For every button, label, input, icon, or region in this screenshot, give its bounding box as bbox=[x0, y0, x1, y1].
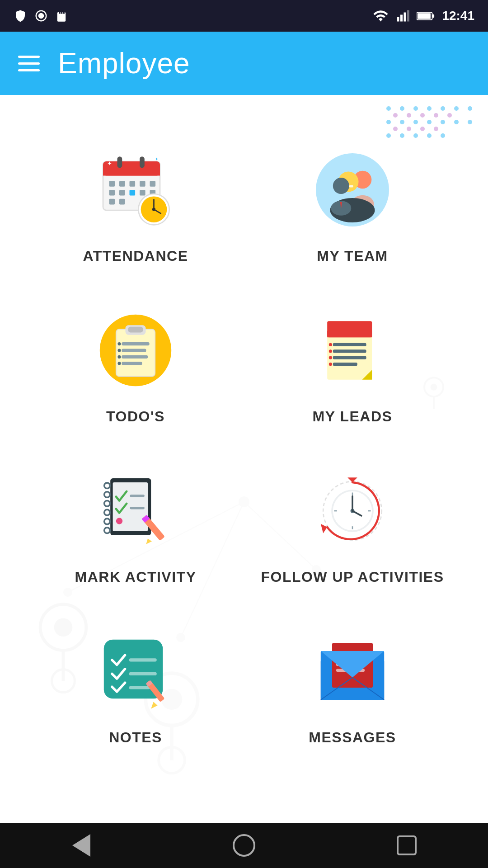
svg-marker-134 bbox=[321, 524, 327, 533]
svg-point-90 bbox=[333, 178, 349, 194]
wifi-icon bbox=[373, 9, 389, 23]
todos-label: TODO'S bbox=[106, 408, 165, 425]
svg-rect-4 bbox=[61, 10, 62, 14]
svg-point-123 bbox=[104, 509, 110, 515]
svg-rect-61 bbox=[103, 170, 160, 176]
svg-point-122 bbox=[104, 501, 110, 507]
app-header: Employee bbox=[0, 32, 488, 95]
messages-icon bbox=[307, 626, 398, 717]
notes-icon bbox=[90, 626, 181, 717]
svg-rect-64 bbox=[109, 181, 115, 187]
notes-menu-item[interactable]: NOTES bbox=[27, 604, 244, 764]
svg-rect-88 bbox=[349, 185, 353, 187]
status-left-icons bbox=[14, 9, 68, 23]
svg-marker-131 bbox=[146, 538, 152, 544]
svg-text:✦: ✦ bbox=[155, 157, 159, 161]
follow-up-menu-item[interactable]: FOLLOW UP ACTIVITIES bbox=[244, 443, 461, 604]
svg-rect-62 bbox=[117, 156, 122, 168]
svg-point-118 bbox=[329, 363, 332, 366]
messages-label: MESSAGES bbox=[309, 729, 396, 746]
svg-point-117 bbox=[329, 356, 332, 359]
todos-menu-item[interactable]: TODO'S bbox=[27, 283, 244, 443]
todos-icon bbox=[90, 305, 181, 396]
svg-rect-99 bbox=[122, 342, 149, 345]
attendance-icon: ✦ ✦ bbox=[90, 145, 181, 235]
my-leads-menu-item[interactable]: MY LEADS bbox=[244, 283, 461, 443]
svg-text:✦: ✦ bbox=[107, 160, 112, 167]
attendance-label: ATTENDANCE bbox=[83, 248, 188, 264]
svg-rect-72 bbox=[140, 190, 145, 196]
my-team-icon bbox=[307, 145, 398, 235]
svg-rect-113 bbox=[333, 356, 366, 359]
svg-point-125 bbox=[104, 528, 110, 533]
svg-marker-135 bbox=[347, 477, 357, 482]
svg-point-104 bbox=[117, 349, 121, 352]
sdcard-icon bbox=[55, 9, 68, 23]
my-leads-icon bbox=[307, 305, 398, 396]
svg-point-124 bbox=[104, 519, 110, 524]
ring-icon bbox=[34, 9, 48, 23]
back-button[interactable] bbox=[66, 830, 97, 861]
svg-point-1 bbox=[39, 14, 43, 18]
follow-up-icon bbox=[307, 466, 398, 556]
svg-marker-150 bbox=[151, 702, 157, 709]
mark-activity-label: MARK ACTIVITY bbox=[75, 569, 197, 585]
signal-icon bbox=[396, 9, 409, 23]
svg-rect-8 bbox=[404, 13, 406, 22]
svg-point-116 bbox=[329, 349, 332, 353]
svg-rect-7 bbox=[400, 15, 403, 22]
svg-rect-71 bbox=[130, 190, 136, 196]
svg-rect-74 bbox=[109, 199, 115, 205]
svg-rect-111 bbox=[333, 343, 366, 346]
follow-up-label: FOLLOW UP ACTIVITIES bbox=[261, 569, 444, 585]
svg-rect-5 bbox=[63, 10, 64, 14]
time-display: 12:41 bbox=[442, 9, 474, 23]
svg-rect-127 bbox=[130, 495, 144, 497]
menu-grid: ✦ ✦ ATTENDANCE bbox=[0, 95, 488, 782]
svg-rect-66 bbox=[130, 181, 136, 187]
svg-point-105 bbox=[117, 355, 121, 359]
svg-rect-69 bbox=[109, 190, 115, 196]
bottom-navigation bbox=[0, 823, 488, 868]
recents-button[interactable] bbox=[391, 830, 422, 861]
svg-rect-147 bbox=[129, 672, 157, 675]
svg-point-103 bbox=[117, 342, 121, 345]
svg-rect-112 bbox=[333, 349, 366, 353]
main-content: ✦ ✦ ATTENDANCE bbox=[0, 95, 488, 823]
shield-icon bbox=[14, 9, 27, 23]
svg-rect-114 bbox=[333, 363, 357, 366]
svg-rect-102 bbox=[122, 362, 142, 365]
my-team-menu-item[interactable]: MY TEAM bbox=[244, 122, 461, 283]
svg-point-129 bbox=[116, 518, 122, 524]
home-button[interactable] bbox=[228, 830, 260, 861]
notes-label: NOTES bbox=[109, 729, 162, 746]
svg-rect-63 bbox=[140, 156, 145, 168]
svg-rect-95 bbox=[116, 329, 155, 376]
svg-rect-11 bbox=[418, 13, 431, 19]
mark-activity-menu-item[interactable]: MARK ACTIVITY bbox=[27, 443, 244, 604]
svg-rect-68 bbox=[150, 181, 156, 187]
svg-rect-75 bbox=[119, 199, 125, 205]
attendance-menu-item[interactable]: ✦ ✦ ATTENDANCE bbox=[27, 122, 244, 283]
page-title: Employee bbox=[58, 47, 190, 80]
svg-rect-70 bbox=[119, 190, 125, 196]
svg-point-115 bbox=[329, 343, 332, 346]
svg-rect-101 bbox=[122, 355, 148, 359]
svg-rect-65 bbox=[119, 181, 125, 187]
battery-icon bbox=[417, 10, 435, 22]
svg-rect-9 bbox=[407, 10, 409, 22]
svg-rect-12 bbox=[432, 14, 435, 17]
svg-point-120 bbox=[104, 483, 110, 489]
messages-menu-item[interactable]: MESSAGES bbox=[244, 604, 461, 764]
my-leads-label: MY LEADS bbox=[313, 408, 393, 425]
svg-rect-3 bbox=[59, 10, 60, 14]
status-right-icons: 12:41 bbox=[373, 9, 474, 23]
hamburger-menu-button[interactable] bbox=[18, 56, 40, 71]
svg-rect-146 bbox=[129, 658, 157, 661]
svg-point-106 bbox=[117, 362, 121, 365]
svg-rect-128 bbox=[130, 507, 144, 509]
svg-rect-100 bbox=[122, 349, 146, 352]
svg-rect-67 bbox=[140, 181, 145, 187]
svg-rect-6 bbox=[397, 17, 399, 22]
svg-rect-109 bbox=[327, 331, 372, 337]
